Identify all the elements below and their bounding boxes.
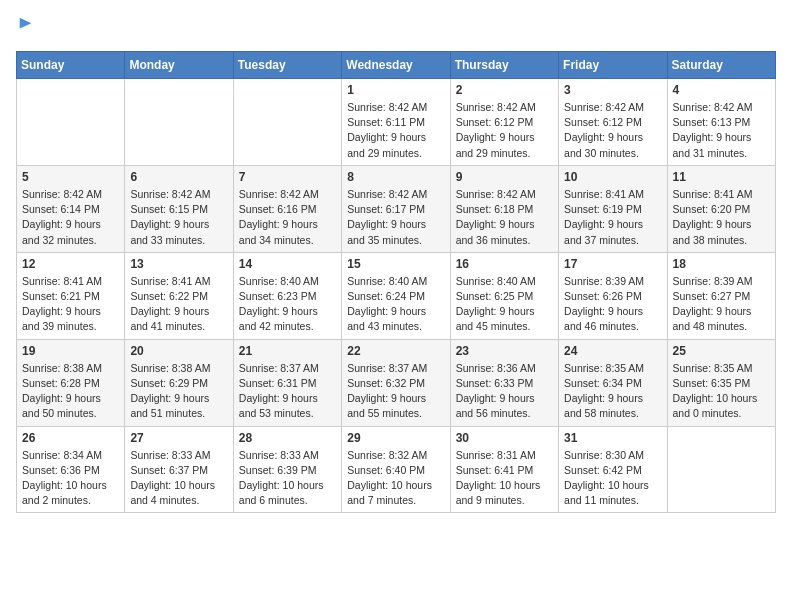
day-info: Sunrise: 8:42 AMSunset: 6:11 PMDaylight:… — [347, 100, 444, 161]
calendar-cell: 3Sunrise: 8:42 AMSunset: 6:12 PMDaylight… — [559, 79, 667, 166]
svg-marker-0 — [20, 18, 32, 32]
day-info: Sunrise: 8:36 AMSunset: 6:33 PMDaylight:… — [456, 361, 553, 422]
calendar-cell: 8Sunrise: 8:42 AMSunset: 6:17 PMDaylight… — [342, 165, 450, 252]
day-header-tuesday: Tuesday — [233, 52, 341, 79]
calendar-cell: 27Sunrise: 8:33 AMSunset: 6:37 PMDayligh… — [125, 426, 233, 513]
calendar-cell: 12Sunrise: 8:41 AMSunset: 6:21 PMDayligh… — [17, 252, 125, 339]
day-number: 9 — [456, 170, 553, 184]
calendar-week-row: 12Sunrise: 8:41 AMSunset: 6:21 PMDayligh… — [17, 252, 776, 339]
day-info: Sunrise: 8:40 AMSunset: 6:24 PMDaylight:… — [347, 274, 444, 335]
day-info: Sunrise: 8:30 AMSunset: 6:42 PMDaylight:… — [564, 448, 661, 509]
calendar-cell: 7Sunrise: 8:42 AMSunset: 6:16 PMDaylight… — [233, 165, 341, 252]
day-info: Sunrise: 8:33 AMSunset: 6:37 PMDaylight:… — [130, 448, 227, 509]
calendar-cell: 5Sunrise: 8:42 AMSunset: 6:14 PMDaylight… — [17, 165, 125, 252]
calendar-cell: 11Sunrise: 8:41 AMSunset: 6:20 PMDayligh… — [667, 165, 775, 252]
day-header-saturday: Saturday — [667, 52, 775, 79]
day-number: 19 — [22, 344, 119, 358]
day-info: Sunrise: 8:42 AMSunset: 6:17 PMDaylight:… — [347, 187, 444, 248]
calendar-cell: 10Sunrise: 8:41 AMSunset: 6:19 PMDayligh… — [559, 165, 667, 252]
day-info: Sunrise: 8:42 AMSunset: 6:14 PMDaylight:… — [22, 187, 119, 248]
calendar-cell: 13Sunrise: 8:41 AMSunset: 6:22 PMDayligh… — [125, 252, 233, 339]
calendar-cell: 15Sunrise: 8:40 AMSunset: 6:24 PMDayligh… — [342, 252, 450, 339]
day-number: 18 — [673, 257, 770, 271]
day-info: Sunrise: 8:33 AMSunset: 6:39 PMDaylight:… — [239, 448, 336, 509]
day-number: 20 — [130, 344, 227, 358]
day-number: 3 — [564, 83, 661, 97]
day-number: 8 — [347, 170, 444, 184]
day-info: Sunrise: 8:35 AMSunset: 6:34 PMDaylight:… — [564, 361, 661, 422]
logo-wordmark — [16, 16, 35, 39]
day-number: 21 — [239, 344, 336, 358]
day-number: 1 — [347, 83, 444, 97]
calendar-cell — [17, 79, 125, 166]
calendar-cell: 1Sunrise: 8:42 AMSunset: 6:11 PMDaylight… — [342, 79, 450, 166]
day-info: Sunrise: 8:42 AMSunset: 6:18 PMDaylight:… — [456, 187, 553, 248]
day-number: 25 — [673, 344, 770, 358]
calendar-cell: 26Sunrise: 8:34 AMSunset: 6:36 PMDayligh… — [17, 426, 125, 513]
day-info: Sunrise: 8:42 AMSunset: 6:12 PMDaylight:… — [564, 100, 661, 161]
calendar-body: 1Sunrise: 8:42 AMSunset: 6:11 PMDaylight… — [17, 79, 776, 513]
day-number: 23 — [456, 344, 553, 358]
day-info: Sunrise: 8:41 AMSunset: 6:19 PMDaylight:… — [564, 187, 661, 248]
page-header — [16, 16, 776, 39]
calendar-cell: 16Sunrise: 8:40 AMSunset: 6:25 PMDayligh… — [450, 252, 558, 339]
day-number: 17 — [564, 257, 661, 271]
day-number: 13 — [130, 257, 227, 271]
logo — [16, 16, 35, 39]
calendar-week-row: 5Sunrise: 8:42 AMSunset: 6:14 PMDaylight… — [17, 165, 776, 252]
calendar-cell: 31Sunrise: 8:30 AMSunset: 6:42 PMDayligh… — [559, 426, 667, 513]
day-number: 31 — [564, 431, 661, 445]
calendar-week-row: 19Sunrise: 8:38 AMSunset: 6:28 PMDayligh… — [17, 339, 776, 426]
day-info: Sunrise: 8:39 AMSunset: 6:26 PMDaylight:… — [564, 274, 661, 335]
day-number: 11 — [673, 170, 770, 184]
day-number: 6 — [130, 170, 227, 184]
day-info: Sunrise: 8:39 AMSunset: 6:27 PMDaylight:… — [673, 274, 770, 335]
calendar-cell: 20Sunrise: 8:38 AMSunset: 6:29 PMDayligh… — [125, 339, 233, 426]
calendar-cell: 19Sunrise: 8:38 AMSunset: 6:28 PMDayligh… — [17, 339, 125, 426]
day-info: Sunrise: 8:38 AMSunset: 6:28 PMDaylight:… — [22, 361, 119, 422]
calendar-cell: 30Sunrise: 8:31 AMSunset: 6:41 PMDayligh… — [450, 426, 558, 513]
day-header-sunday: Sunday — [17, 52, 125, 79]
day-number: 12 — [22, 257, 119, 271]
calendar-cell: 4Sunrise: 8:42 AMSunset: 6:13 PMDaylight… — [667, 79, 775, 166]
day-info: Sunrise: 8:34 AMSunset: 6:36 PMDaylight:… — [22, 448, 119, 509]
day-info: Sunrise: 8:32 AMSunset: 6:40 PMDaylight:… — [347, 448, 444, 509]
calendar-table: SundayMondayTuesdayWednesdayThursdayFrid… — [16, 51, 776, 513]
day-number: 26 — [22, 431, 119, 445]
day-number: 27 — [130, 431, 227, 445]
day-header-friday: Friday — [559, 52, 667, 79]
day-info: Sunrise: 8:41 AMSunset: 6:21 PMDaylight:… — [22, 274, 119, 335]
day-header-thursday: Thursday — [450, 52, 558, 79]
calendar-cell: 28Sunrise: 8:33 AMSunset: 6:39 PMDayligh… — [233, 426, 341, 513]
day-number: 5 — [22, 170, 119, 184]
calendar-cell: 24Sunrise: 8:35 AMSunset: 6:34 PMDayligh… — [559, 339, 667, 426]
day-number: 2 — [456, 83, 553, 97]
calendar-cell: 22Sunrise: 8:37 AMSunset: 6:32 PMDayligh… — [342, 339, 450, 426]
day-number: 30 — [456, 431, 553, 445]
day-info: Sunrise: 8:42 AMSunset: 6:13 PMDaylight:… — [673, 100, 770, 161]
day-info: Sunrise: 8:31 AMSunset: 6:41 PMDaylight:… — [456, 448, 553, 509]
calendar-cell: 23Sunrise: 8:36 AMSunset: 6:33 PMDayligh… — [450, 339, 558, 426]
calendar-cell — [233, 79, 341, 166]
day-info: Sunrise: 8:40 AMSunset: 6:23 PMDaylight:… — [239, 274, 336, 335]
calendar-cell: 9Sunrise: 8:42 AMSunset: 6:18 PMDaylight… — [450, 165, 558, 252]
day-info: Sunrise: 8:42 AMSunset: 6:15 PMDaylight:… — [130, 187, 227, 248]
day-number: 22 — [347, 344, 444, 358]
day-header-wednesday: Wednesday — [342, 52, 450, 79]
day-info: Sunrise: 8:41 AMSunset: 6:20 PMDaylight:… — [673, 187, 770, 248]
calendar-cell: 2Sunrise: 8:42 AMSunset: 6:12 PMDaylight… — [450, 79, 558, 166]
calendar-cell — [667, 426, 775, 513]
day-number: 28 — [239, 431, 336, 445]
day-info: Sunrise: 8:42 AMSunset: 6:16 PMDaylight:… — [239, 187, 336, 248]
day-number: 14 — [239, 257, 336, 271]
calendar-cell: 25Sunrise: 8:35 AMSunset: 6:35 PMDayligh… — [667, 339, 775, 426]
calendar-cell: 18Sunrise: 8:39 AMSunset: 6:27 PMDayligh… — [667, 252, 775, 339]
day-info: Sunrise: 8:38 AMSunset: 6:29 PMDaylight:… — [130, 361, 227, 422]
day-number: 10 — [564, 170, 661, 184]
day-number: 24 — [564, 344, 661, 358]
day-info: Sunrise: 8:37 AMSunset: 6:32 PMDaylight:… — [347, 361, 444, 422]
calendar-cell: 17Sunrise: 8:39 AMSunset: 6:26 PMDayligh… — [559, 252, 667, 339]
logo-flag-icon — [17, 16, 35, 34]
day-info: Sunrise: 8:41 AMSunset: 6:22 PMDaylight:… — [130, 274, 227, 335]
day-info: Sunrise: 8:35 AMSunset: 6:35 PMDaylight:… — [673, 361, 770, 422]
